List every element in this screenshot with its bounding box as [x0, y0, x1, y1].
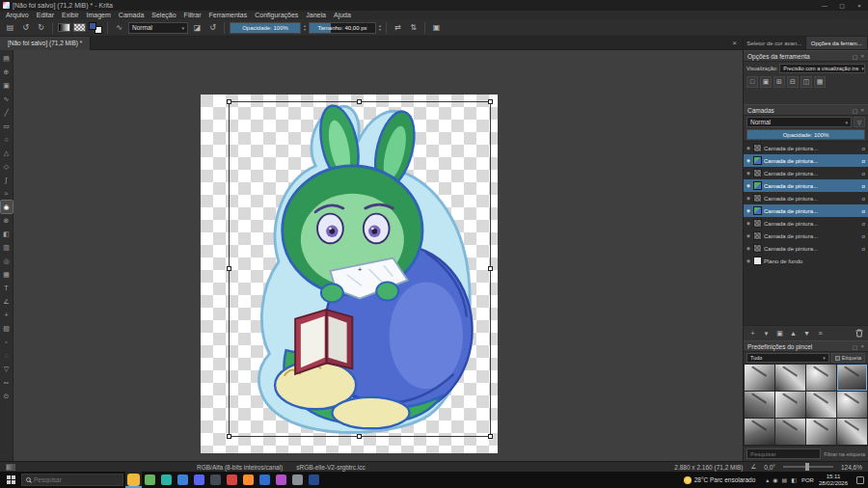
transform-handle[interactable] [357, 434, 362, 439]
redo-icon[interactable]: ↻ [35, 21, 47, 34]
docker-tab[interactable]: Seletor de cor avan... [744, 37, 806, 49]
menu-exibir[interactable]: Exibir [58, 12, 83, 18]
layer-row[interactable]: ◉Camada de pintura...α [744, 204, 868, 217]
tool-measure[interactable]: ∠ [1, 295, 13, 308]
tool-ellipse-select[interactable]: ◌ [1, 349, 13, 362]
tool-reference-images[interactable]: ▧ [1, 322, 13, 335]
option-button[interactable]: ◫ [800, 76, 812, 88]
menu-janela[interactable]: Janela [302, 12, 330, 18]
opacity-slider[interactable]: Opacidade: 100% [230, 22, 301, 34]
brush-preset-tile[interactable] [745, 419, 774, 445]
taskbar-app-icon[interactable] [306, 472, 322, 488]
taskbar-app-icon[interactable] [289, 472, 306, 488]
close-button[interactable]: × [851, 0, 868, 11]
taskbar-search-box[interactable] [21, 474, 123, 486]
zoom-slider[interactable] [783, 466, 833, 468]
weather-widget[interactable]: 28°C Parc ensolarado [684, 476, 756, 484]
tool-ellipse[interactable]: ○ [1, 133, 13, 146]
layer-row[interactable]: ◉Camada de pintura...α [744, 217, 868, 230]
gradient-chooser[interactable] [58, 23, 70, 32]
start-button[interactable] [0, 472, 21, 488]
alpha-channel-icon[interactable]: α [862, 233, 866, 239]
undo-icon[interactable]: ↺ [19, 21, 32, 34]
tool-assistants[interactable]: + [1, 309, 13, 321]
taskbar-app-icon[interactable] [240, 472, 257, 488]
taskbar-app-icon[interactable] [273, 472, 289, 488]
tool-fill[interactable]: ◧ [1, 228, 13, 240]
brush-search-input[interactable] [746, 448, 821, 459]
zoom-slider-handle[interactable] [805, 463, 809, 471]
layer-row[interactable]: ◉Camada de pintura...α [744, 167, 868, 179]
brush-preset-tile[interactable] [806, 392, 836, 418]
menu-selecao[interactable]: Seleção [148, 12, 179, 18]
mirror-vertical-icon[interactable]: ⇅ [407, 21, 420, 34]
transform-handle[interactable] [488, 434, 493, 439]
brush-preset-tile[interactable] [775, 392, 805, 418]
visibility-eye-icon[interactable]: ◉ [746, 171, 751, 176]
visibility-eye-icon[interactable]: ◉ [746, 246, 751, 251]
tool-bezier[interactable]: ∫ [1, 174, 13, 186]
alpha-channel-icon[interactable]: α [862, 146, 866, 151]
tag-button[interactable]: Etiqueta [831, 353, 865, 363]
visibility-eye-icon[interactable]: ◉ [746, 233, 751, 238]
tool-gradient[interactable]: ▥ [1, 241, 13, 254]
taskbar-app-icon[interactable] [207, 472, 224, 488]
foreground-background-colors[interactable] [89, 22, 102, 34]
alpha-channel-icon[interactable]: α [862, 158, 866, 164]
transform-handle[interactable] [227, 99, 231, 104]
taskbar-app-icon[interactable] [257, 472, 273, 488]
visibility-eye-icon[interactable]: ◉ [746, 196, 751, 201]
maximize-button[interactable]: ▢ [833, 0, 851, 11]
document-tab[interactable]: [Não foi salvo] (71,2 MiB) * [0, 37, 91, 50]
close-docker-icon[interactable]: × [860, 107, 864, 114]
taskbar-search-input[interactable] [34, 476, 119, 483]
menu-configuracoes[interactable]: Configurações [251, 12, 302, 18]
transform-center-mark[interactable]: + [358, 265, 363, 274]
close-docker-icon[interactable]: × [860, 343, 864, 350]
brush-tag-dropdown[interactable]: Tudo ▾ [746, 353, 829, 363]
visualization-dropdown[interactable]: Precisão com a visualização ins ▾ [779, 64, 865, 73]
tool-rect-select[interactable]: ▫ [1, 336, 13, 348]
size-spinner[interactable]: ▴▾ [379, 24, 381, 32]
tool-line[interactable]: ╱ [1, 106, 13, 119]
menu-camada[interactable]: Camada [115, 12, 148, 18]
taskbar-clock[interactable]: 15:11 28/02/2026 [819, 474, 848, 487]
brush-preset-tile[interactable] [775, 365, 805, 391]
close-docker-icon[interactable]: × [860, 53, 864, 60]
alpha-channel-icon[interactable]: α [862, 246, 866, 252]
pattern-chooser[interactable] [73, 23, 86, 32]
move-layer-down-button[interactable]: ▼ [800, 328, 813, 339]
docker-tab[interactable]: Opções da ferram... [806, 37, 868, 49]
alpha-channel-icon[interactable]: α [862, 183, 866, 189]
tool-crop[interactable]: ▣ [1, 79, 13, 92]
tool-color-sampler[interactable]: ◎ [1, 255, 13, 267]
float-docker-icon[interactable]: ▢ [853, 53, 858, 60]
size-slider[interactable]: Tamanho: 40,00 px [309, 22, 376, 34]
menu-filtrar[interactable]: Filtrar [180, 12, 205, 18]
layer-opacity-slider[interactable]: Opacidade: 100% [746, 129, 865, 140]
menu-ferramentas[interactable]: Ferramentas [205, 12, 252, 18]
eraser-mode-icon[interactable]: ◪ [191, 21, 203, 34]
layer-row[interactable]: ◉Camada de pintura...α [744, 154, 868, 167]
tool-freehand-select[interactable]: ∾ [1, 376, 13, 389]
delete-layer-button[interactable] [853, 328, 865, 339]
visibility-eye-icon[interactable]: ◉ [746, 221, 751, 226]
layer-row[interactable]: ◉Camada de pintura...α [744, 192, 868, 204]
menu-arquivo[interactable]: Arquivo [2, 12, 33, 18]
choose-workspace-icon[interactable]: ▤ [4, 21, 16, 34]
alpha-channel-icon[interactable]: α [862, 171, 866, 176]
blend-mode-dropdown[interactable]: Normal ▾ [128, 22, 188, 34]
brush-preset-tile[interactable] [775, 419, 805, 445]
visibility-eye-icon[interactable]: ◉ [746, 258, 751, 263]
tray-icon[interactable]: ▤ [782, 476, 788, 483]
float-docker-icon[interactable]: ▢ [853, 343, 858, 350]
tool-multibrush[interactable]: ⊛ [1, 214, 13, 227]
rotation-icon[interactable]: ∠ [750, 463, 756, 471]
visibility-eye-icon[interactable]: ◉ [746, 183, 751, 188]
alpha-channel-icon[interactable]: α [862, 196, 866, 202]
brush-preset-tile[interactable] [806, 419, 836, 445]
tool-pattern-edit[interactable]: ▦ [1, 268, 13, 281]
transform-handle[interactable] [488, 266, 493, 271]
taskbar-app-icon[interactable] [175, 472, 191, 488]
brush-preset-tile[interactable] [837, 392, 867, 418]
